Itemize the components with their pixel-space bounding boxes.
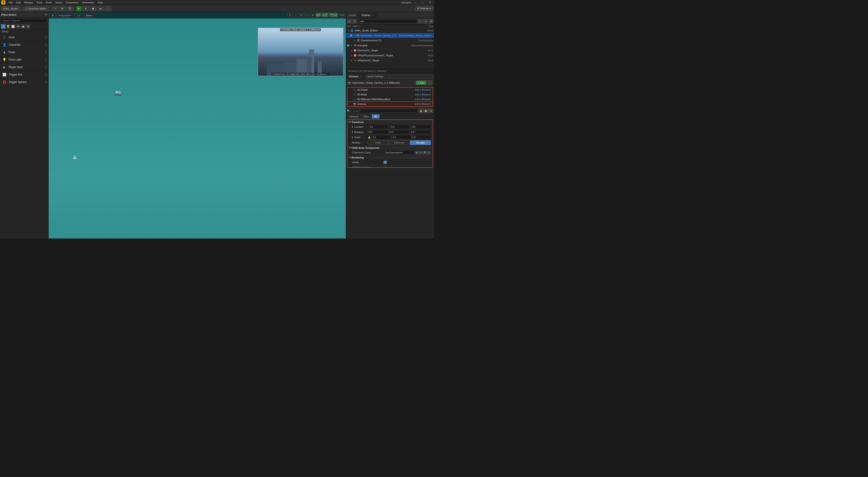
camera-edit-link[interactable]: Edit in Blueprint [415,103,431,105]
child-actor-class-selector[interactable]: CineCameraActor [383,151,414,155]
details-tab-close[interactable]: ✕ [360,75,362,78]
b3billboard-edit-link[interactable]: Edit in Blueprint [415,98,431,101]
perspective-btn[interactable]: Perspective ▾ [57,13,74,18]
actor-item-triggersphere[interactable]: ⭕ Trigger Sphere ℹ [0,78,49,86]
menu-item-help[interactable]: Help [96,1,104,4]
actor-item-playerstart[interactable]: ▶ Player Start ℹ [0,64,49,71]
shanghai-expand-icon[interactable]: ▾ [350,44,353,47]
rotate-btn[interactable]: ↻ [299,13,304,17]
actor-item-character[interactable]: 👤 Character ℹ [0,41,49,49]
rotation-y-field[interactable] [389,130,410,134]
translate-btn[interactable]: ↔ [293,13,298,17]
class-find-btn[interactable]: 🔍 [423,151,427,154]
actor-item-pawn[interactable]: ♟ Pawn ℹ [0,49,49,56]
outliner-add-btn[interactable]: ➕ [423,19,428,24]
menu-item-build[interactable]: Build [44,1,53,4]
tab-outliner[interactable]: Outliner ✕ [359,12,377,18]
actor-item-triggerbox[interactable]: ⬜ Trigger Box ℹ [0,71,49,78]
maximize-button[interactable]: □ [420,0,425,5]
details-settings-btn[interactable]: ⚙ [429,108,433,113]
mode-selector[interactable]: ⬡ Selection Mode ▾ [24,6,49,11]
all-classes-btn[interactable]: ☰ [26,24,30,29]
tree-item-vraysun[interactable]: ▸ ☀ VRaySun01_Target Actor [346,58,434,63]
scale-lock-icon[interactable]: 🔒 [368,136,371,139]
hamburger-btn[interactable]: ☰ [50,13,56,18]
filter-tab-all[interactable]: All [372,115,379,119]
outliner-options-btn[interactable]: ☰ [347,19,351,24]
settings-button[interactable]: ⚙ Settings ▾ [415,6,433,11]
tab-details[interactable]: ⚙ Details ✕ [346,73,365,80]
scale-x-field[interactable] [372,135,391,139]
b3mask-edit-link[interactable]: Edit in Blueprint [415,93,431,96]
transform-btn[interactable]: ↖ [52,6,58,11]
actor-item-pointlight[interactable]: 💡 Point Light ℹ [0,56,49,64]
class-edit-btn[interactable]: ✏ [419,151,423,154]
vraysun-expand-icon[interactable]: ▸ [350,59,353,62]
menu-item-aximmetry[interactable]: Aximmetry [80,1,96,4]
b3depth-edit-link[interactable]: Edit in Blueprint [415,89,431,91]
mobility-movable-btn[interactable]: Movable [410,140,431,145]
details-lock-btn[interactable]: 🔒 [418,108,423,113]
tree-item-jinbo[interactable]: ▾ 🌐 JinBo_Studio (Editor) World [346,28,434,33]
actor-item-actor[interactable]: ⬡ Actor ℹ [0,34,49,41]
details-star-btn[interactable]: ⭐ [424,108,428,113]
tab-world-settings[interactable]: World Settings [365,73,386,80]
grid-snap-btn[interactable]: ⊞ 10 [316,13,321,17]
jinbo-expand-icon[interactable]: ▾ [347,29,350,32]
vrayphysical-expand-icon[interactable]: ▸ [350,54,353,57]
class-browse-btn[interactable]: ⊞ [415,151,418,154]
menu-item-select[interactable]: Select [53,1,64,4]
menu-item-tools[interactable]: Tools [35,1,44,4]
bp-row-b3mask[interactable]: ⬡ B3 Mask Edit in Blueprint [347,92,433,97]
location-z-field[interactable] [411,125,431,129]
menu-item-component[interactable]: Component [64,1,81,4]
tab-levels[interactable]: Levels [346,12,359,18]
transform-section-header[interactable]: ▾ Transform [347,120,433,124]
bp-row-b3depth[interactable]: ⬡ B3 Depth Edit in Blueprint [347,88,433,92]
mobility-static-btn[interactable]: Static [368,140,389,145]
menu-item-window[interactable]: Window [22,1,35,4]
app-button[interactable]: JinBo_Studio* [1,6,21,11]
mobility-stationary-btn[interactable]: Stationary [389,140,410,145]
child-actor-section-header[interactable]: ▾ Child Actor Component [347,146,433,150]
bp-row-camera[interactable]: 📷 Camera Edit in Blueprint [347,102,433,106]
shapes-filter-btn[interactable]: ⬜ [11,24,16,29]
viewport-btn-5[interactable]: ⟲ [310,13,315,17]
snap-btn[interactable]: ⊞ [59,6,65,11]
scale-y-field[interactable] [392,135,411,139]
light-filter-btn[interactable]: 💡 [6,24,10,29]
tree-item-aximmetry-camera[interactable]: ▾ 📷 Aximmetry_Virtual_Camera_1-3_Billboa… [346,33,434,38]
bp-row-b3billboard[interactable]: ⬡ B3 Billboard (AfterMotionBlur) Edit in… [347,97,433,102]
camera-speed-btn[interactable]: 📷 0.25 [329,13,338,17]
tree-item-shanghai[interactable]: ▾ 🗺 shanghai DatasmithSceneActor [346,43,434,48]
scale-btn[interactable]: ⤡ [304,13,309,17]
tree-item-cineactor[interactable]: ▸ 🎬 CineActorActor171 CineActorActor [346,38,434,43]
angle-snap-btn[interactable]: ∠ 10° [321,13,329,17]
viewport-extras-btn[interactable]: ⊡ 3 [339,13,345,17]
skip-button[interactable]: ⏭ [97,6,104,11]
transform-select-btn[interactable]: ↖ [287,13,292,17]
filter-tab-general[interactable]: General [347,115,361,119]
aximmetry-expand-icon[interactable]: ▾ [353,34,356,37]
camera-btn[interactable]: 📷 [66,6,73,11]
class-clear-btn[interactable]: ✕ [427,151,431,154]
rendering-section-header[interactable]: ▾ Rendering [347,155,433,160]
director02-expand-icon[interactable]: ▸ [350,49,353,52]
pause-button[interactable]: ⏸ [82,6,89,11]
scale-z-field[interactable] [412,135,431,139]
aximmetry-edit-link[interactable]: Edit Aximmetry_Virtual_Camera... [399,34,433,37]
visible-checkbox[interactable]: ✓ [383,161,387,164]
more-options-button[interactable]: ⋯ [105,6,111,11]
menu-item-file[interactable]: File [7,1,14,4]
show-btn[interactable]: Show ▾ [84,13,95,18]
tree-item-director02[interactable]: ▸ 🎯 DirectorO2_Target Actor [346,48,434,53]
tree-item-vrayphysical[interactable]: ▸ 🎯 VRayPhysicalCamera01_Target Actor [346,53,434,58]
stop-button[interactable]: ⏹ [90,6,96,11]
filter-tab-misc[interactable]: Misc [361,115,371,119]
lit-btn[interactable]: Lit+ [75,13,83,18]
details-search-input[interactable] [351,109,418,113]
outliner-search-input[interactable] [358,19,417,23]
outliner-settings-btn[interactable]: ⚙ [429,19,433,24]
viewport[interactable]: ☰ Perspective ▾ Lit+ Show ▾ ↖ ↔ ↻ ⤡ ⟲ [49,12,346,238]
rotation-x-field[interactable] [368,130,389,134]
